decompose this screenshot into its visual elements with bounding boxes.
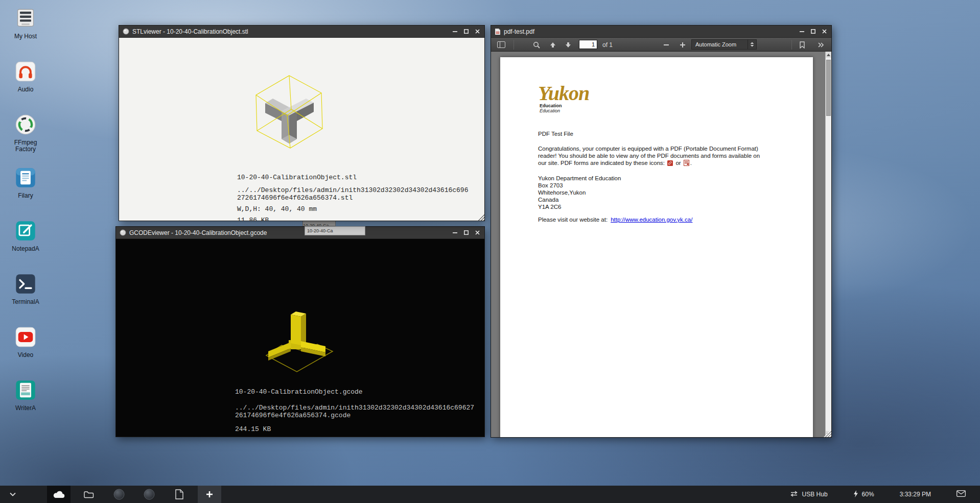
website-label: Please visit our website at:: [538, 217, 608, 223]
taskbar-app-icon-gcode[interactable]: [137, 486, 161, 503]
usb-hub-status[interactable]: USB Hub: [789, 491, 828, 498]
desktop-icon-label: WriterA: [15, 405, 36, 412]
stl-file-info: 10-20-40-CalibrationObject.stl ../../Des…: [237, 174, 468, 221]
taskbar-clock[interactable]: 3:33:29 PM: [900, 491, 931, 498]
gcode-viewport[interactable]: 10-20-40-CalibrationObject.gcode ../../D…: [116, 239, 484, 437]
gcode-filename: 10-20-40-CalibrationObject.gcode: [235, 388, 474, 396]
page-number-input[interactable]: [579, 40, 597, 49]
close-button[interactable]: [472, 26, 483, 37]
zoom-in-button[interactable]: [676, 38, 689, 52]
pdf-content-area: Yukon Education Éducation PDF Test File …: [491, 52, 831, 437]
minimize-button[interactable]: [449, 26, 460, 37]
vertical-scrollbar[interactable]: [825, 52, 831, 437]
stl-viewport[interactable]: 10-20-40-CalibrationObject.stl ../../Des…: [119, 38, 484, 221]
gcode-3d-preview: [257, 296, 344, 383]
file-manager-button[interactable]: [77, 486, 101, 503]
terminal-icon: [14, 273, 37, 295]
desktop-icon-filary[interactable]: Filary: [4, 166, 47, 220]
stl-3d-model: [246, 71, 333, 158]
paragraph-or-text: or: [675, 160, 681, 166]
address-line: Yukon Department of Education: [538, 175, 621, 182]
gcode-path-line1: ../../Desktop/files/admin/inith31302d323…: [235, 404, 474, 412]
acrobat-pdf-icon: [667, 160, 673, 167]
pdf-form-icon: [684, 160, 689, 167]
fragment-title: 10-20-40-Ca: [307, 228, 333, 233]
minimize-button[interactable]: [796, 26, 807, 37]
new-window-button[interactable]: [198, 486, 221, 503]
next-page-button[interactable]: [562, 38, 575, 52]
maximize-button[interactable]: [807, 26, 819, 37]
power-status[interactable]: 60%: [853, 490, 874, 499]
gcode-file-info: 10-20-40-CalibrationObject.gcode ../../D…: [235, 388, 474, 433]
stl-path-line2: 2726174696f6e4f626a656374.stl: [237, 194, 468, 202]
stl-path-line1: ../../Desktop/files/admin/inith31302d323…: [237, 186, 468, 194]
notepad-icon: [14, 220, 37, 242]
desktop-icon-my-host[interactable]: My Host: [4, 7, 47, 60]
page-count-label: of 1: [602, 38, 613, 52]
scrollbar-thumb[interactable]: [826, 60, 831, 116]
zoom-select[interactable]: Automatic Zoom: [691, 39, 757, 50]
resize-grip[interactable]: [477, 213, 484, 221]
stlviewer-titlebar[interactable]: STLviewer - 10-20-40-CalibrationObject.s…: [119, 26, 484, 38]
zoom-out-button[interactable]: [660, 38, 673, 52]
desktop-icon-label: Video: [18, 352, 33, 358]
taskbar: USB Hub 60% 3:33:29 PM: [0, 486, 980, 503]
usb-hub-label: USB Hub: [802, 491, 828, 498]
gcodeviewer-titlebar[interactable]: GCODEviewer - 10-20-40-CalibrationObject…: [116, 227, 484, 239]
taskbar-app-icon-pdf[interactable]: [168, 486, 191, 503]
address-line: Box 2703: [538, 182, 621, 189]
gcode-app-icon: [120, 229, 126, 236]
address-line: Canada: [538, 196, 621, 203]
desktop-icon-label: FFmpeg Factory: [4, 139, 47, 153]
stl-filesize: 11.86 KB: [237, 217, 468, 221]
yukon-logo-wordmark: Yukon: [538, 84, 589, 103]
minimize-button[interactable]: [449, 227, 460, 238]
desktop-icon-writera[interactable]: WriterA: [4, 379, 47, 432]
scroll-up-button[interactable]: [826, 52, 831, 58]
desktop-icon-ffmpeg-factory[interactable]: FFmpeg Factory: [4, 113, 47, 166]
stl-filename: 10-20-40-CalibrationObject.stl: [237, 174, 468, 181]
yukon-logo: Yukon Education Éducation: [538, 84, 589, 113]
toggle-sidebar-button[interactable]: [495, 38, 507, 52]
desktop-icon-notepada[interactable]: NotepadA: [4, 220, 47, 273]
messages-button[interactable]: [956, 490, 966, 498]
toolbar-separator: [514, 40, 514, 50]
pdf-viewer-window: pdf-test.pdf of 1: [491, 25, 832, 438]
find-button[interactable]: [530, 38, 543, 52]
desktop-icon-label: My Host: [14, 33, 37, 40]
battery-percent-label: 60%: [862, 491, 874, 498]
desktop-icon-video[interactable]: Video: [4, 326, 47, 379]
website-link[interactable]: http://www.education.gov.yk.ca/: [611, 217, 692, 223]
pdf-toolbar: of 1 Automatic Zoom: [491, 38, 831, 52]
desktop-icon-label: Audio: [18, 86, 34, 93]
previous-page-button[interactable]: [546, 38, 559, 52]
desktop-icon-label: NotepadA: [12, 246, 39, 252]
ffmpeg-icon: [14, 113, 37, 136]
bookmark-icon[interactable]: [796, 38, 809, 52]
background-window-fragment[interactable]: 10-20-40-Ca: [305, 226, 365, 235]
pdf-titlebar[interactable]: pdf-test.pdf: [491, 26, 831, 38]
paragraph-line: our site. PDF forms are indicated by the…: [538, 159, 760, 167]
pdf-app-icon: [495, 28, 501, 35]
toolbar-more-icon[interactable]: [814, 38, 828, 52]
close-button[interactable]: [819, 26, 830, 37]
pdf-doc-address: Yukon Department of Education Box 2703 W…: [538, 175, 621, 210]
pdf-page: Yukon Education Éducation PDF Test File …: [500, 57, 813, 437]
taskbar-app-icon-stl[interactable]: [107, 486, 131, 503]
stl-dimensions: W,D,H: 40, 40, 40 mm: [237, 205, 468, 213]
pdf-doc-website-line: Please visit our website at:http://www.e…: [538, 217, 692, 223]
maximize-button[interactable]: [460, 26, 472, 37]
maximize-button[interactable]: [460, 227, 472, 238]
desktop-icon-terminala[interactable]: TerminalA: [4, 273, 47, 326]
toolbar-separator: [791, 40, 792, 50]
address-line: Whitehorse,Yukon: [538, 189, 621, 196]
close-button[interactable]: [472, 227, 483, 238]
paragraph-line-text: our site. PDF forms are indicated by the…: [538, 160, 665, 166]
chevron-down-icon: [748, 40, 756, 49]
taskbar-collapse-button[interactable]: [5, 486, 20, 503]
gcodeviewer-window: GCODEviewer - 10-20-40-CalibrationObject…: [115, 226, 485, 437]
window-controls: [796, 26, 831, 37]
video-icon: [14, 326, 37, 348]
cloud-button[interactable]: [47, 486, 71, 503]
desktop-icon-audio[interactable]: Audio: [4, 60, 47, 113]
